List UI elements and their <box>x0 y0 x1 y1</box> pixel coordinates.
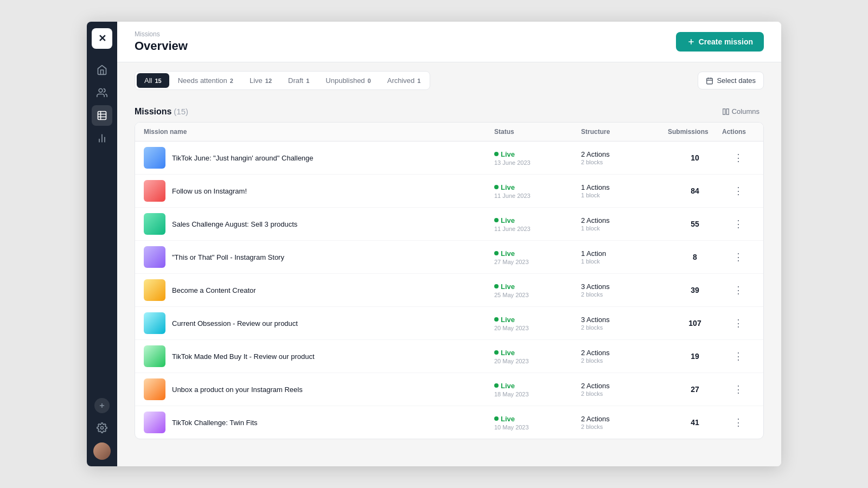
status-cell: Live 25 May 2023 <box>494 282 581 298</box>
mission-thumbnail <box>144 246 165 268</box>
missions-header: Missions (15) Columns <box>135 99 764 122</box>
app-logo[interactable]: ✕ <box>92 28 112 49</box>
status-label: Live <box>501 415 515 423</box>
sidebar-item-missions[interactable] <box>92 105 112 126</box>
sidebar-add-button[interactable] <box>94 398 110 413</box>
sidebar-item-home[interactable] <box>92 60 112 80</box>
status-badge: Live <box>494 282 581 291</box>
submissions-cell: 27 <box>668 385 722 394</box>
actions-cell: ⋮ <box>722 316 755 330</box>
status-label: Live <box>501 349 515 357</box>
user-avatar[interactable] <box>93 442 111 460</box>
more-actions-button[interactable]: ⋮ <box>729 349 748 363</box>
more-actions-button[interactable]: ⋮ <box>729 415 748 429</box>
actions-cell: ⋮ <box>722 217 755 231</box>
mission-thumbnail <box>144 213 165 235</box>
table-body: TikTok June: "Just hangin' around" Chall… <box>135 142 763 439</box>
missions-table: Mission nameStatusStructureSubmissionsAc… <box>135 122 764 439</box>
status-date: 13 June 2023 <box>494 159 581 166</box>
more-actions-button[interactable]: ⋮ <box>729 316 748 330</box>
table-header-status: Status <box>494 128 581 136</box>
mission-thumbnail <box>144 180 165 202</box>
filter-tab-draft[interactable]: Draft 1 <box>280 73 317 88</box>
submissions-cell: 19 <box>668 352 722 361</box>
status-dot <box>494 218 499 222</box>
mission-thumbnail <box>144 279 165 301</box>
mission-name-cell: Become a Content Creator <box>144 279 494 301</box>
mission-name-cell: TikTok June: "Just hangin' around" Chall… <box>144 147 494 169</box>
structure-actions: 3 Actions <box>581 282 668 291</box>
status-label: Live <box>501 150 515 158</box>
mission-name: Sales Challenge August: Sell 3 products <box>172 220 297 228</box>
columns-button[interactable]: Columns <box>718 105 764 118</box>
create-mission-label: Create mission <box>699 37 753 46</box>
status-label: Live <box>501 382 515 390</box>
status-label: Live <box>501 216 515 224</box>
mission-thumbnail <box>144 412 165 433</box>
filter-tab-archived[interactable]: Archived 1 <box>380 73 429 88</box>
mission-thumbnail <box>144 147 165 169</box>
table-header-submissions: Submissions <box>668 128 722 136</box>
status-date: 11 June 2023 <box>494 226 581 232</box>
mission-name-cell: Unbox a product on your Instagram Reels <box>144 378 494 400</box>
status-badge: Live <box>494 349 581 357</box>
structure-blocks: 2 blocks <box>581 291 668 298</box>
mission-thumbnail <box>144 312 165 334</box>
missions-count: (15) <box>174 107 188 116</box>
structure-actions: 1 Actions <box>581 183 668 191</box>
select-dates-button[interactable]: Select dates <box>698 72 764 89</box>
table-row[interactable]: Current Obsession - Review our product L… <box>135 307 763 340</box>
table-header-row: Mission nameStatusStructureSubmissionsAc… <box>135 123 763 142</box>
more-actions-button[interactable]: ⋮ <box>729 250 748 264</box>
content-area: Missions (15) Columns Mission nameStatus… <box>117 99 781 466</box>
table-row[interactable]: TikTok Made Med Buy It - Review our prod… <box>135 340 763 373</box>
table-header-structure: Structure <box>581 128 668 136</box>
more-actions-button[interactable]: ⋮ <box>729 283 748 297</box>
table-row[interactable]: Become a Content Creator Live 25 May 202… <box>135 274 763 307</box>
more-actions-button[interactable]: ⋮ <box>729 382 748 396</box>
missions-title: Missions <box>135 107 171 116</box>
svg-rect-17 <box>723 108 725 114</box>
mission-name-cell: "This or That" Poll - Instagram Story <box>144 246 494 268</box>
table-row[interactable]: Follow us on Instagram! Live 11 June 202… <box>135 175 763 208</box>
table-row[interactable]: TikTok Challenge: Twin Fits Live 10 May … <box>135 406 763 439</box>
status-dot <box>494 350 499 355</box>
table-row[interactable]: TikTok June: "Just hangin' around" Chall… <box>135 142 763 175</box>
structure-actions: 2 Actions <box>581 150 668 158</box>
status-dot <box>494 185 499 189</box>
table-row[interactable]: "This or That" Poll - Instagram Story Li… <box>135 241 763 274</box>
svg-point-0 <box>99 89 103 93</box>
structure-actions: 2 Actions <box>581 216 668 224</box>
status-cell: Live 20 May 2023 <box>494 349 581 364</box>
status-date: 11 June 2023 <box>494 192 581 199</box>
filter-tab-live[interactable]: Live 12 <box>242 73 279 88</box>
status-date: 10 May 2023 <box>494 424 581 431</box>
filter-bar: All 15Needs attention 2Live 12Draft 1Unp… <box>117 62 781 99</box>
filter-tab-needs-attention[interactable]: Needs attention 2 <box>170 73 241 88</box>
structure-cell: 2 Actions 1 block <box>581 216 668 232</box>
table-row[interactable]: Sales Challenge August: Sell 3 products … <box>135 208 763 241</box>
columns-label: Columns <box>732 107 760 115</box>
sidebar-item-users[interactable] <box>92 82 112 103</box>
submissions-cell: 107 <box>668 319 722 328</box>
filter-tab-unpublished[interactable]: Unpublished 0 <box>318 73 378 88</box>
structure-cell: 3 Actions 2 blocks <box>581 316 668 331</box>
more-actions-button[interactable]: ⋮ <box>729 184 748 198</box>
mission-name: "This or That" Poll - Instagram Story <box>172 253 284 261</box>
sidebar-item-analytics[interactable] <box>92 128 112 149</box>
structure-blocks: 2 blocks <box>581 324 668 331</box>
actions-cell: ⋮ <box>722 349 755 363</box>
structure-cell: 2 Actions 2 blocks <box>581 150 668 165</box>
create-mission-button[interactable]: Create mission <box>676 32 764 52</box>
page-header: Missions Overview Create mission <box>117 22 781 62</box>
more-actions-button[interactable]: ⋮ <box>729 151 748 165</box>
filter-tab-all[interactable]: All 15 <box>137 73 169 88</box>
breadcrumb: Missions <box>135 30 188 38</box>
structure-cell: 1 Action 1 block <box>581 249 668 265</box>
status-date: 20 May 2023 <box>494 358 581 364</box>
submissions-cell: 41 <box>668 418 722 427</box>
sidebar-settings-icon[interactable] <box>92 418 112 438</box>
more-actions-button[interactable]: ⋮ <box>729 217 748 231</box>
table-row[interactable]: Unbox a product on your Instagram Reels … <box>135 373 763 406</box>
status-cell: Live 10 May 2023 <box>494 415 581 431</box>
